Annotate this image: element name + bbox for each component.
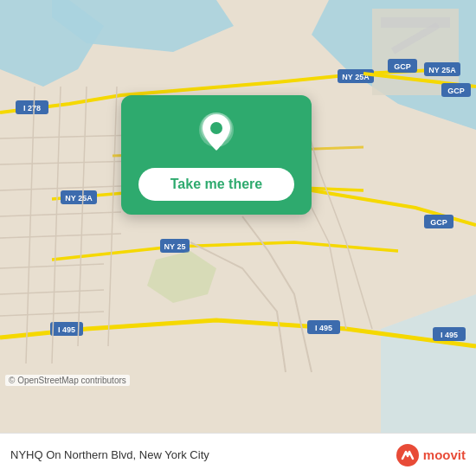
location-pin-icon: [197, 111, 235, 156]
map-background: I 278 NY 25A NY 25A GCP GCP GCP NY 25A N…: [0, 0, 476, 433]
take-me-there-button[interactable]: Take me there: [138, 168, 294, 201]
footer-bar: NYHQ On Northern Blvd, New York City moo…: [0, 433, 476, 476]
svg-text:I 495: I 495: [441, 331, 458, 339]
map-container: I 278 NY 25A NY 25A GCP GCP GCP NY 25A N…: [0, 0, 476, 433]
svg-rect-2: [381, 17, 450, 28]
moovit-label: moovit: [423, 447, 466, 462]
moovit-branding: moovit: [396, 443, 466, 467]
svg-text:I 278: I 278: [23, 104, 41, 113]
svg-text:I 495: I 495: [58, 325, 75, 334]
svg-point-44: [210, 122, 222, 134]
svg-text:GCP: GCP: [430, 218, 447, 227]
svg-text:NY 25A: NY 25A: [65, 194, 93, 203]
footer-location-text: NYHQ On Northern Blvd, New York City: [10, 448, 389, 461]
svg-text:I 495: I 495: [315, 324, 332, 332]
svg-text:NY 25A: NY 25A: [428, 66, 456, 74]
moovit-logo-icon: [396, 443, 420, 467]
svg-text:GCP: GCP: [447, 87, 465, 95]
location-name: NYHQ On Northern Blvd, New York City: [10, 448, 209, 461]
svg-text:GCP: GCP: [394, 62, 411, 71]
action-card: Take me there: [121, 95, 312, 215]
svg-text:NY 25: NY 25: [164, 242, 186, 251]
location-icon-wrap: [194, 111, 239, 156]
copyright-text: © OpenStreetMap contributors: [5, 375, 130, 386]
